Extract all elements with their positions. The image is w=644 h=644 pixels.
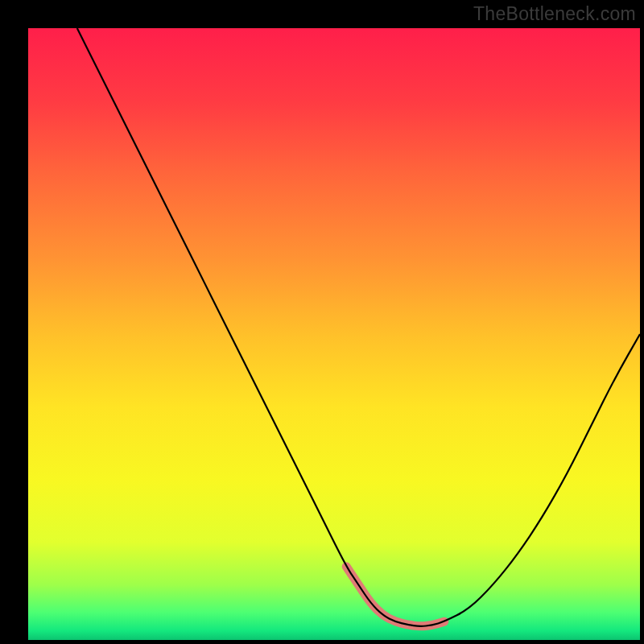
plot-area: [28, 28, 640, 640]
plot-svg: [28, 28, 640, 640]
chart-outer-frame: TheBottleneck.com: [0, 0, 644, 644]
gradient-background: [28, 28, 640, 640]
watermark-text: TheBottleneck.com: [473, 3, 636, 25]
